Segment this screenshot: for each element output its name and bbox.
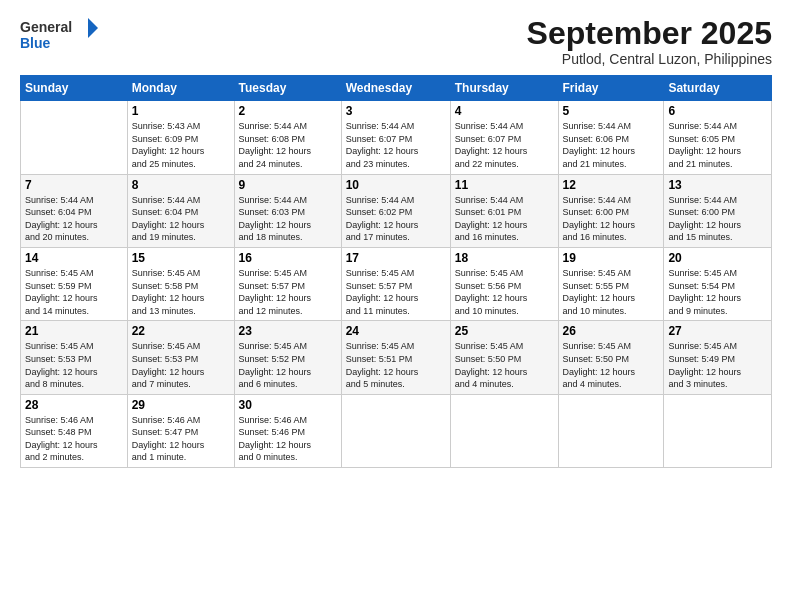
day-info: Sunrise: 5:46 AMSunset: 5:48 PMDaylight:… [25,414,123,464]
calendar-cell: 17Sunrise: 5:45 AMSunset: 5:57 PMDayligh… [341,247,450,320]
calendar-cell [21,101,128,174]
calendar-cell: 25Sunrise: 5:45 AMSunset: 5:50 PMDayligh… [450,321,558,394]
day-info: Sunrise: 5:44 AMSunset: 6:00 PMDaylight:… [563,194,660,244]
day-number: 26 [563,324,660,338]
day-info: Sunrise: 5:44 AMSunset: 6:04 PMDaylight:… [132,194,230,244]
week-row-3: 21Sunrise: 5:45 AMSunset: 5:53 PMDayligh… [21,321,772,394]
svg-text:General: General [20,19,72,35]
calendar-cell: 6Sunrise: 5:44 AMSunset: 6:05 PMDaylight… [664,101,772,174]
day-number: 20 [668,251,767,265]
day-info: Sunrise: 5:45 AMSunset: 5:53 PMDaylight:… [132,340,230,390]
day-number: 14 [25,251,123,265]
day-number: 1 [132,104,230,118]
day-number: 25 [455,324,554,338]
col-tuesday: Tuesday [234,76,341,101]
calendar-cell: 28Sunrise: 5:46 AMSunset: 5:48 PMDayligh… [21,394,128,467]
day-number: 5 [563,104,660,118]
calendar-cell: 24Sunrise: 5:45 AMSunset: 5:51 PMDayligh… [341,321,450,394]
month-title: September 2025 [527,16,772,51]
day-info: Sunrise: 5:44 AMSunset: 6:04 PMDaylight:… [25,194,123,244]
day-info: Sunrise: 5:45 AMSunset: 5:52 PMDaylight:… [239,340,337,390]
day-number: 28 [25,398,123,412]
header-row: Sunday Monday Tuesday Wednesday Thursday… [21,76,772,101]
calendar-cell: 20Sunrise: 5:45 AMSunset: 5:54 PMDayligh… [664,247,772,320]
col-friday: Friday [558,76,664,101]
day-number: 11 [455,178,554,192]
calendar-cell: 4Sunrise: 5:44 AMSunset: 6:07 PMDaylight… [450,101,558,174]
day-number: 3 [346,104,446,118]
day-info: Sunrise: 5:44 AMSunset: 6:00 PMDaylight:… [668,194,767,244]
calendar-cell: 5Sunrise: 5:44 AMSunset: 6:06 PMDaylight… [558,101,664,174]
calendar-cell: 26Sunrise: 5:45 AMSunset: 5:50 PMDayligh… [558,321,664,394]
day-number: 2 [239,104,337,118]
day-info: Sunrise: 5:44 AMSunset: 6:07 PMDaylight:… [346,120,446,170]
day-number: 17 [346,251,446,265]
day-number: 16 [239,251,337,265]
day-info: Sunrise: 5:44 AMSunset: 6:07 PMDaylight:… [455,120,554,170]
calendar-cell: 8Sunrise: 5:44 AMSunset: 6:04 PMDaylight… [127,174,234,247]
day-info: Sunrise: 5:46 AMSunset: 5:46 PMDaylight:… [239,414,337,464]
calendar-cell: 29Sunrise: 5:46 AMSunset: 5:47 PMDayligh… [127,394,234,467]
day-info: Sunrise: 5:45 AMSunset: 5:50 PMDaylight:… [455,340,554,390]
calendar-cell: 16Sunrise: 5:45 AMSunset: 5:57 PMDayligh… [234,247,341,320]
day-info: Sunrise: 5:46 AMSunset: 5:47 PMDaylight:… [132,414,230,464]
title-block: September 2025 Putlod, Central Luzon, Ph… [527,16,772,67]
calendar-cell: 14Sunrise: 5:45 AMSunset: 5:59 PMDayligh… [21,247,128,320]
day-number: 9 [239,178,337,192]
day-info: Sunrise: 5:45 AMSunset: 5:56 PMDaylight:… [455,267,554,317]
day-info: Sunrise: 5:45 AMSunset: 5:53 PMDaylight:… [25,340,123,390]
calendar-cell: 1Sunrise: 5:43 AMSunset: 6:09 PMDaylight… [127,101,234,174]
col-thursday: Thursday [450,76,558,101]
calendar-cell: 15Sunrise: 5:45 AMSunset: 5:58 PMDayligh… [127,247,234,320]
day-number: 18 [455,251,554,265]
week-row-2: 14Sunrise: 5:45 AMSunset: 5:59 PMDayligh… [21,247,772,320]
day-info: Sunrise: 5:45 AMSunset: 5:58 PMDaylight:… [132,267,230,317]
calendar-cell [664,394,772,467]
week-row-1: 7Sunrise: 5:44 AMSunset: 6:04 PMDaylight… [21,174,772,247]
calendar-cell: 23Sunrise: 5:45 AMSunset: 5:52 PMDayligh… [234,321,341,394]
week-row-4: 28Sunrise: 5:46 AMSunset: 5:48 PMDayligh… [21,394,772,467]
day-info: Sunrise: 5:45 AMSunset: 5:50 PMDaylight:… [563,340,660,390]
day-info: Sunrise: 5:45 AMSunset: 5:51 PMDaylight:… [346,340,446,390]
day-number: 19 [563,251,660,265]
calendar-cell: 13Sunrise: 5:44 AMSunset: 6:00 PMDayligh… [664,174,772,247]
day-info: Sunrise: 5:43 AMSunset: 6:09 PMDaylight:… [132,120,230,170]
day-number: 6 [668,104,767,118]
subtitle: Putlod, Central Luzon, Philippines [527,51,772,67]
day-number: 12 [563,178,660,192]
day-number: 30 [239,398,337,412]
calendar-cell: 27Sunrise: 5:45 AMSunset: 5:49 PMDayligh… [664,321,772,394]
day-info: Sunrise: 5:45 AMSunset: 5:54 PMDaylight:… [668,267,767,317]
day-number: 23 [239,324,337,338]
calendar-cell: 7Sunrise: 5:44 AMSunset: 6:04 PMDaylight… [21,174,128,247]
calendar-cell [450,394,558,467]
header: General Blue September 2025 Putlod, Cent… [20,16,772,67]
day-info: Sunrise: 5:44 AMSunset: 6:08 PMDaylight:… [239,120,337,170]
day-number: 27 [668,324,767,338]
calendar-cell: 2Sunrise: 5:44 AMSunset: 6:08 PMDaylight… [234,101,341,174]
day-number: 22 [132,324,230,338]
day-number: 15 [132,251,230,265]
calendar-cell [558,394,664,467]
calendar-cell [341,394,450,467]
col-sunday: Sunday [21,76,128,101]
calendar-cell: 12Sunrise: 5:44 AMSunset: 6:00 PMDayligh… [558,174,664,247]
calendar-cell: 9Sunrise: 5:44 AMSunset: 6:03 PMDaylight… [234,174,341,247]
day-info: Sunrise: 5:45 AMSunset: 5:59 PMDaylight:… [25,267,123,317]
col-wednesday: Wednesday [341,76,450,101]
day-info: Sunrise: 5:44 AMSunset: 6:02 PMDaylight:… [346,194,446,244]
day-number: 8 [132,178,230,192]
day-info: Sunrise: 5:44 AMSunset: 6:06 PMDaylight:… [563,120,660,170]
day-number: 4 [455,104,554,118]
calendar-cell: 22Sunrise: 5:45 AMSunset: 5:53 PMDayligh… [127,321,234,394]
calendar-cell: 19Sunrise: 5:45 AMSunset: 5:55 PMDayligh… [558,247,664,320]
calendar-cell: 18Sunrise: 5:45 AMSunset: 5:56 PMDayligh… [450,247,558,320]
page: General Blue September 2025 Putlod, Cent… [0,0,792,612]
day-info: Sunrise: 5:44 AMSunset: 6:03 PMDaylight:… [239,194,337,244]
day-info: Sunrise: 5:45 AMSunset: 5:57 PMDaylight:… [239,267,337,317]
day-info: Sunrise: 5:45 AMSunset: 5:49 PMDaylight:… [668,340,767,390]
day-number: 24 [346,324,446,338]
day-info: Sunrise: 5:45 AMSunset: 5:55 PMDaylight:… [563,267,660,317]
col-saturday: Saturday [664,76,772,101]
calendar-cell: 11Sunrise: 5:44 AMSunset: 6:01 PMDayligh… [450,174,558,247]
